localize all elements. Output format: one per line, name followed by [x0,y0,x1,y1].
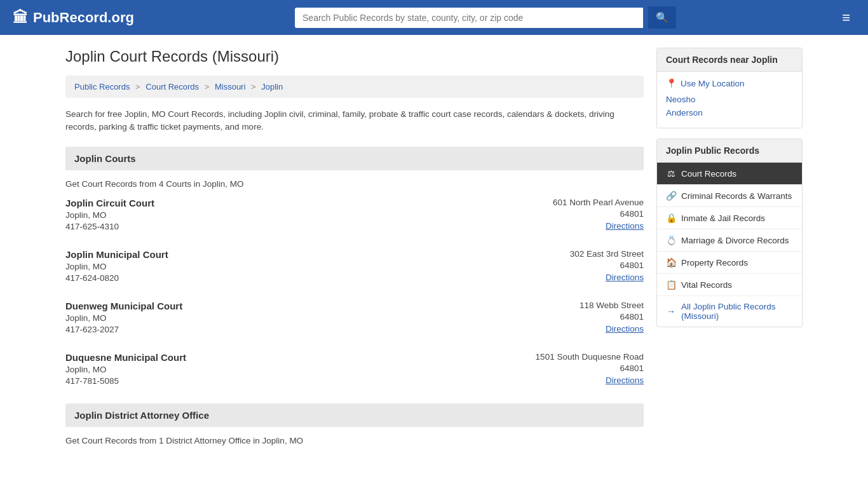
court-name: Joplin Circuit Court [65,198,154,208]
hamburger-icon: ≡ [842,10,850,25]
public-records-title: Joplin Public Records [657,139,802,163]
directions-link[interactable]: Directions [606,376,644,385]
courts-list: Joplin Circuit Court Joplin, MO 417-625-… [65,198,644,390]
court-zip: 64801 [553,209,644,219]
court-phone: 417-624-0820 [65,273,168,283]
record-icon: → [666,306,676,316]
record-label: Criminal Records & Warrants [681,191,792,201]
district-section-header: Joplin District Attorney Office [65,403,644,427]
nearby-box-body: 📍 Use My Location NeoshoAnderson [657,72,802,128]
court-info: Joplin Municipal Court Joplin, MO 417-62… [65,249,168,283]
directions-link[interactable]: Directions [606,221,644,231]
nearby-box: Court Records near Joplin 📍 Use My Locat… [656,48,803,128]
directions-link[interactable]: Directions [606,273,644,282]
court-info: Joplin Circuit Court Joplin, MO 417-625-… [65,198,154,231]
court-street: 302 East 3rd Street [570,249,644,259]
court-city: Joplin, MO [65,365,186,374]
record-label: Property Records [681,258,748,268]
court-address: 1501 South Duquesne Road 64801 Direction… [536,352,644,386]
site-header: 🏛 PubRecord.org 🔍 ≡ [0,0,868,35]
sidebar-record-item[interactable]: 🏠 Property Records [657,252,802,274]
court-address: 601 North Pearl Avenue 64801 Directions [553,198,644,231]
sidebar-record-item[interactable]: 🔗 Criminal Records & Warrants [657,185,802,207]
record-icon: 🔗 [666,191,676,201]
main-content: Joplin Court Records (Missouri) Public R… [65,48,644,454]
record-icon: 🏠 [666,257,676,268]
court-street: 601 North Pearl Avenue [553,198,644,207]
record-icon: 💍 [666,235,676,245]
courts-section-header: Joplin Courts [65,147,644,170]
menu-button[interactable]: ≡ [837,7,855,29]
court-item: Duquesne Municipal Court Joplin, MO 417-… [65,352,644,390]
record-label: All Joplin Public Records (Missouri) [681,302,793,321]
record-label: Marriage & Divorce Records [681,236,789,245]
record-label: Court Records [681,169,736,179]
district-section-subtitle: Get Court Records from 1 District Attorn… [65,436,644,445]
search-button[interactable]: 🔍 [648,6,676,29]
court-address: 302 East 3rd Street 64801 Directions [570,249,644,283]
page-description: Search for free Joplin, MO Court Records… [65,108,644,134]
court-name: Duenweg Municipal Court [65,301,182,311]
sidebar-record-item[interactable]: ⚖ Court Records [657,163,802,185]
location-icon: 📍 [666,78,677,88]
breadcrumb-public-records[interactable]: Public Records [74,82,130,92]
sidebar-record-item[interactable]: 📋 Vital Records [657,274,802,296]
court-address: 118 Webb Street 64801 Directions [580,301,644,334]
court-name: Joplin Municipal Court [65,249,168,260]
nearby-city-link[interactable]: Neosho [666,95,793,104]
court-phone: 417-781-5085 [65,376,186,386]
record-icon: ⚖ [666,168,676,179]
use-location-label: Use My Location [681,79,745,88]
logo-text: PubRecord.org [33,10,134,26]
breadcrumb-sep-2: > [205,82,210,92]
breadcrumb-missouri[interactable]: Missouri [215,82,245,92]
breadcrumb-sep-3: > [251,82,256,92]
nearby-cities: NeoshoAnderson [666,95,793,118]
courts-section-subtitle: Get Court Records from 4 Courts in Jopli… [65,179,644,189]
court-city: Joplin, MO [65,210,154,220]
court-phone: 417-625-4310 [65,222,154,231]
page-title: Joplin Court Records (Missouri) [65,48,644,65]
nearby-box-title: Court Records near Joplin [657,48,802,72]
sidebar: Court Records near Joplin 📍 Use My Locat… [656,48,803,454]
nearby-city-link[interactable]: Anderson [666,108,793,118]
record-icon: 🔒 [666,213,676,223]
directions-link[interactable]: Directions [606,324,644,334]
court-info: Duquesne Municipal Court Joplin, MO 417-… [65,352,186,386]
court-item: Joplin Circuit Court Joplin, MO 417-625-… [65,198,644,235]
court-city: Joplin, MO [65,262,168,271]
sidebar-record-item[interactable]: → All Joplin Public Records (Missouri) [657,296,802,327]
court-zip: 64801 [536,363,644,373]
breadcrumb-joplin[interactable]: Joplin [261,82,283,92]
court-item: Joplin Municipal Court Joplin, MO 417-62… [65,249,644,287]
breadcrumb-court-records[interactable]: Court Records [146,82,199,92]
breadcrumb-sep-1: > [135,82,140,92]
logo-icon: 🏛 [13,9,28,27]
breadcrumb: Public Records > Court Records > Missour… [65,76,644,98]
records-list: ⚖ Court Records 🔗 Criminal Records & War… [657,163,802,327]
sidebar-record-item[interactable]: 💍 Marriage & Divorce Records [657,229,802,252]
court-name: Duquesne Municipal Court [65,352,186,363]
court-street: 118 Webb Street [580,301,644,310]
site-logo[interactable]: 🏛 PubRecord.org [13,9,134,27]
search-area: 🔍 [295,6,676,29]
record-label: Vital Records [681,280,732,290]
use-location-link[interactable]: 📍 Use My Location [666,78,793,88]
court-phone: 417-623-2027 [65,325,182,334]
court-info: Duenweg Municipal Court Joplin, MO 417-6… [65,301,182,334]
court-zip: 64801 [570,261,644,270]
court-zip: 64801 [580,312,644,322]
court-street: 1501 South Duquesne Road [536,352,644,362]
court-city: Joplin, MO [65,313,182,323]
record-label: Inmate & Jail Records [681,214,765,223]
main-container: Joplin Court Records (Missouri) Public R… [53,35,815,467]
court-item: Duenweg Municipal Court Joplin, MO 417-6… [65,301,644,338]
record-icon: 📋 [666,280,676,290]
search-icon: 🔍 [656,12,668,23]
public-records-box: Joplin Public Records ⚖ Court Records 🔗 … [656,139,803,327]
search-input[interactable] [295,8,643,28]
sidebar-record-item[interactable]: 🔒 Inmate & Jail Records [657,207,802,229]
